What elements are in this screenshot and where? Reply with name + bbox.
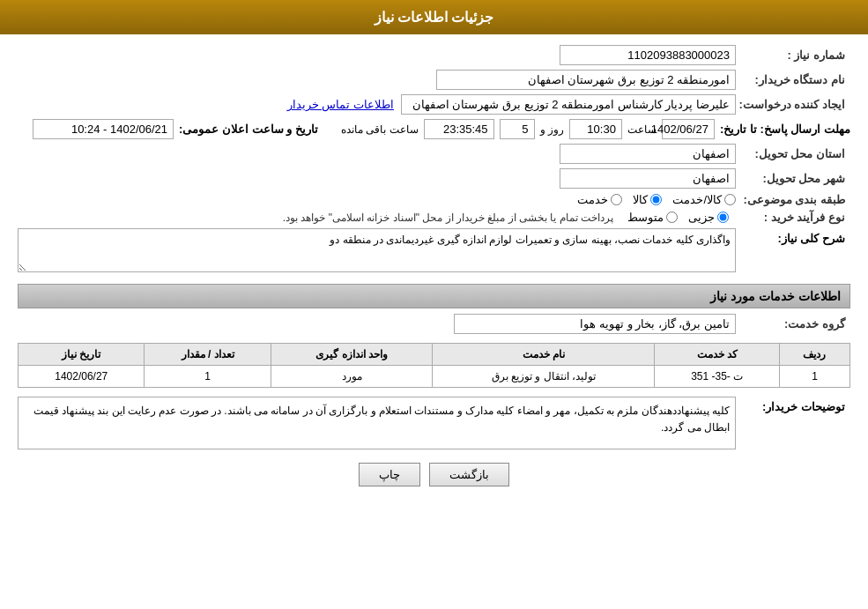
deadline-remaining: 23:35:45: [424, 119, 494, 139]
creator-value: علیرضا پردیار کارشناس امورمنطقه 2 توزیع …: [401, 94, 736, 115]
col-header-qty: تعداد / مقدار: [145, 344, 271, 366]
need-desc-row: شرح کلی نیاز:: [18, 228, 850, 275]
process-label-medium: متوسط: [627, 211, 664, 224]
table-cell-row: 1: [779, 366, 849, 388]
announce-value: 1402/06/21 - 10:24: [33, 119, 174, 139]
table-cell-code: ت -35- 351: [655, 366, 780, 388]
services-table-section: ردیف کد خدمت نام خدمت واحد اندازه گیری ت…: [18, 343, 850, 388]
print-button[interactable]: چاپ: [359, 463, 420, 486]
deadline-days-label: روز و: [540, 123, 564, 136]
service-group-label: گروه خدمت:: [736, 317, 850, 330]
category-row: طبقه بندی موضوعی: خدمت کالا کالا/خدمت: [18, 193, 850, 206]
buyer-notes-row: توضیحات خریدار: کلیه پیشنهاددهندگان ملزم…: [18, 397, 850, 449]
deadline-time: 10:30: [569, 119, 622, 139]
table-row: 1ت -35- 351تولید، انتقال و توزیع برقمورد…: [19, 366, 850, 388]
page-title: جزئیات اطلاعات نیاز: [375, 10, 494, 25]
city-value: اصفهان: [560, 168, 736, 189]
deadline-time-label: ساعت: [627, 123, 657, 136]
col-header-code: کد خدمت: [655, 344, 780, 366]
page-header: جزئیات اطلاعات نیاز: [0, 0, 868, 34]
process-note: پرداخت تمام یا بخشی از مبلغ خریدار از مح…: [283, 212, 613, 224]
table-header-row: ردیف کد خدمت نام خدمت واحد اندازه گیری ت…: [19, 344, 850, 366]
service-group-row: گروه خدمت: تامین برق، گاز، بخار و تهویه …: [18, 314, 850, 334]
table-cell-name: تولید، انتقال و توزیع برق: [433, 366, 655, 388]
category-option-goods: کالا: [633, 193, 662, 206]
need-number-label: شماره نیاز :: [736, 48, 850, 62]
need-number-row: شماره نیاز : 1102093883000023: [18, 45, 850, 65]
process-radio-medium[interactable]: [666, 212, 678, 223]
process-option-medium: متوسط: [627, 211, 678, 224]
col-header-date: تاریخ نیاز: [19, 344, 145, 366]
need-number-value: 1102093883000023: [560, 45, 736, 65]
category-label-goods: کالا: [633, 193, 648, 206]
creator-label: ایجاد کننده درخواست:: [736, 98, 850, 111]
buyer-notes-value: کلیه پیشنهاددهندگان ملزم به تکمیل، مهر و…: [18, 397, 736, 449]
back-button[interactable]: بازگشت: [429, 463, 509, 486]
need-desc-textarea[interactable]: [18, 228, 736, 272]
table-cell-date: 1402/06/27: [19, 366, 145, 388]
province-row: استان محل تحویل: اصفهان: [18, 144, 850, 164]
contact-link[interactable]: اطلاعات تماس خریدار: [287, 98, 394, 111]
category-radio-both[interactable]: [724, 194, 736, 205]
process-radio-small[interactable]: [717, 212, 729, 223]
process-label-small: جزیی: [688, 211, 715, 224]
city-label: شهر محل تحویل:: [736, 172, 850, 185]
service-info-section-title: اطلاعات خدمات مورد نیاز: [18, 284, 850, 308]
deadline-label: مهلت ارسال پاسخ: تا تاریخ:: [720, 123, 850, 136]
deadline-row: مهلت ارسال پاسخ: تا تاریخ: 1402/06/27 سا…: [18, 119, 850, 139]
buyer-notes-content: کلیه پیشنهاددهندگان ملزم به تکمیل، مهر و…: [18, 397, 736, 449]
category-label: طبقه بندی موضوعی:: [736, 193, 850, 206]
category-label-service: خدمت: [577, 193, 608, 206]
process-option-small: جزیی: [688, 211, 729, 224]
category-radio-goods[interactable]: [650, 194, 662, 205]
deadline-days: 5: [500, 119, 535, 139]
category-option-both: کالا/خدمت: [672, 193, 736, 206]
creator-row: ایجاد کننده درخواست: علیرضا پردیار کارشن…: [18, 94, 850, 115]
process-row: نوع فرآیند خرید : متوسط جزیی پرداخت تمام…: [18, 211, 850, 224]
category-option-service: خدمت: [577, 193, 622, 206]
deadline-remaining-label: ساعت باقی مانده: [341, 123, 419, 136]
buyer-org-label: نام دستگاه خریدار:: [736, 73, 850, 86]
announce-label: تاریخ و ساعت اعلان عمومی:: [179, 123, 318, 136]
services-table: ردیف کد خدمت نام خدمت واحد اندازه گیری ت…: [18, 343, 850, 388]
buyer-org-value: امورمنطقه 2 توزیع برق شهرستان اصفهان: [436, 70, 736, 90]
buyer-org-row: نام دستگاه خریدار: امورمنطقه 2 توزیع برق…: [18, 70, 850, 90]
category-radio-group: خدمت کالا کالا/خدمت: [577, 193, 736, 206]
need-desc-content: [18, 228, 736, 275]
page-wrapper: جزئیات اطلاعات نیاز شماره نیاز : 1102093…: [0, 0, 868, 609]
content-area: شماره نیاز : 1102093883000023 نام دستگاه…: [0, 34, 868, 510]
col-header-unit: واحد اندازه گیری: [271, 344, 433, 366]
province-value: اصفهان: [560, 144, 736, 164]
need-desc-label: شرح کلی نیاز:: [736, 228, 850, 245]
category-label-both: کالا/خدمت: [672, 193, 722, 206]
category-radio-service[interactable]: [611, 194, 622, 205]
deadline-date: 1402/06/27: [662, 119, 715, 139]
buyer-notes-label: توضیحات خریدار:: [736, 397, 850, 413]
table-cell-qty: 1: [145, 366, 271, 388]
col-header-name: نام خدمت: [433, 344, 655, 366]
city-row: شهر محل تحویل: اصفهان: [18, 168, 850, 189]
buttons-row: بازگشت چاپ: [18, 463, 850, 486]
province-label: استان محل تحویل:: [736, 147, 850, 160]
service-group-value: تامین برق، گاز، بخار و تهویه هوا: [454, 314, 736, 334]
process-label: نوع فرآیند خرید :: [736, 211, 850, 224]
table-cell-unit: مورد: [271, 366, 433, 388]
process-radio-group: متوسط جزیی: [627, 211, 729, 224]
col-header-row: ردیف: [779, 344, 849, 366]
